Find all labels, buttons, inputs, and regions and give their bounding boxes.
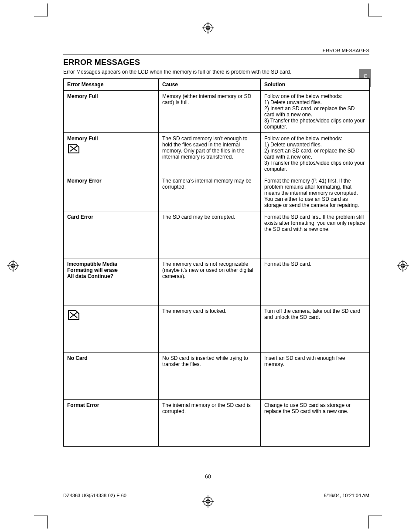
solution-cell: Insert an SD card with enough free memor… (261, 352, 370, 400)
page-title: ERROR MESSAGES (63, 58, 369, 67)
error-message-cell (64, 305, 159, 352)
crop-mark (34, 515, 47, 515)
crop-mark (368, 515, 369, 529)
footer: DZ4363 UG(514338-02)-E 60 6/16/04, 10:21… (63, 493, 369, 498)
error-message-cell: Card Error (64, 211, 159, 258)
crop-mark (369, 17, 382, 17)
cause-cell: The internal memory or the SD card is co… (159, 400, 261, 447)
solution-cell: Follow one of the below methods: 1) Dele… (261, 91, 370, 133)
footer-right: 6/16/04, 10:21:04 AM (324, 493, 369, 498)
error-message-cell: Memory Error (64, 175, 159, 211)
page-number: 60 (0, 474, 416, 480)
footer-left: DZ4363 UG(514338-02)-E 60 (63, 493, 126, 498)
table-row: Memory FullThe SD card memory isn’t enou… (64, 133, 370, 175)
table-row: Card ErrorThe SD card may be corrupted.F… (64, 211, 370, 258)
solution-cell: Format the memory (P. 41) first. If the … (261, 175, 370, 211)
solution-cell: Format the SD card first. If the problem… (261, 211, 370, 258)
solution-cell: Change to use SD card as storage or repl… (261, 400, 370, 447)
error-message-cell: Memory Full (64, 133, 159, 175)
cause-cell: Memory (either internal memory or SD car… (159, 91, 261, 133)
error-message-cell: Memory Full (64, 91, 159, 133)
error-message-text: No Card (67, 355, 88, 361)
cause-cell: The memory card is locked. (159, 305, 261, 352)
table-row: Memory ErrorThe camera’s internal memory… (64, 175, 370, 211)
col-header-cause: Cause (159, 79, 261, 91)
sd-card-error-icon (67, 143, 155, 154)
error-message-text: Memory Full (67, 93, 98, 99)
cause-cell: The memory card is not recognizable (may… (159, 258, 261, 305)
solution-cell: Format the SD card. (261, 258, 370, 305)
crop-mark (369, 515, 382, 515)
content-area: ERROR MESSAGES ERROR MESSAGES Error Mess… (63, 48, 369, 447)
registration-mark-icon (7, 260, 19, 272)
col-header-error-message: Error Message (64, 79, 159, 91)
table-header-row: Error Message Cause Solution (64, 79, 370, 91)
error-messages-table: Error Message Cause Solution Memory Full… (63, 78, 370, 447)
table-row: Format ErrorThe internal memory or the S… (64, 400, 370, 447)
error-message-text: Formating will erase (67, 267, 155, 273)
cause-cell: The SD card may be corrupted. (159, 211, 261, 258)
error-message-cell: Format Error (64, 400, 159, 447)
cause-cell: No SD card is inserted while trying to t… (159, 352, 261, 400)
table-row: No CardNo SD card is inserted while tryi… (64, 352, 370, 400)
crop-mark (34, 17, 47, 17)
sd-card-error-icon (67, 310, 155, 320)
col-header-solution: Solution (261, 79, 370, 91)
table-body: Memory FullMemory (either internal memor… (64, 91, 370, 447)
error-message-cell: Imcompatible MediaFormating will eraseAl… (64, 258, 159, 305)
error-message-text: Memory Error (67, 178, 102, 184)
crop-mark (47, 515, 48, 529)
crop-mark (368, 3, 369, 17)
error-message-text: Memory Full (67, 136, 98, 142)
error-message-text: Card Error (67, 214, 93, 220)
error-message-text: All data Continue? (67, 273, 155, 279)
cause-cell: The SD card memory isn’t enough to hold … (159, 133, 261, 175)
table-row: The memory card is locked.Turn off the c… (64, 305, 370, 352)
solution-cell: Turn off the camera, take out the SD car… (261, 305, 370, 352)
cause-cell: The camera’s internal memory may be corr… (159, 175, 261, 211)
crop-mark (47, 3, 48, 17)
error-message-cell: No Card (64, 352, 159, 400)
registration-mark-icon (397, 260, 409, 272)
registration-mark-icon (202, 22, 214, 34)
table-row: Imcompatible MediaFormating will eraseAl… (64, 258, 370, 305)
error-message-text: Imcompatible Media (67, 261, 155, 267)
running-header: ERROR MESSAGES (63, 48, 369, 54)
solution-cell: Follow one of the below methods: 1) Dele… (261, 133, 370, 175)
intro-text: Error Messages appears on the LCD when t… (63, 69, 369, 75)
error-message-text: Format Error (67, 402, 99, 408)
page: En ERROR MESSAGES ERROR MESSAGES Error M… (0, 0, 416, 532)
table-row: Memory FullMemory (either internal memor… (64, 91, 370, 133)
